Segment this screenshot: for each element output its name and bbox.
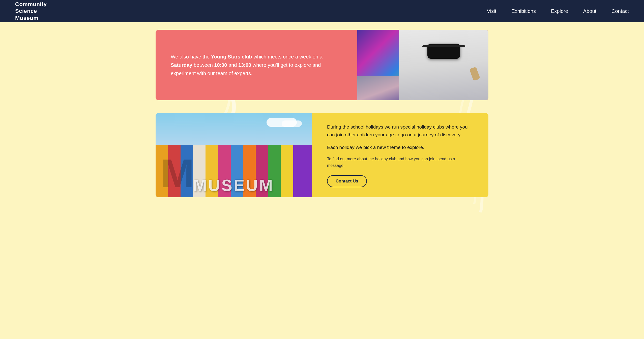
museum-building-image: MUSEUM M	[156, 113, 312, 197]
club-end-time: 13:00	[238, 62, 251, 68]
young-stars-description: We also have the Young Stars club which …	[171, 53, 342, 78]
club-day: Saturday	[171, 62, 192, 68]
site-logo[interactable]: Community Science Museum	[15, 1, 47, 22]
holiday-club-theme-text: Each holiday we pick a new theme to expl…	[327, 143, 473, 151]
contact-us-button[interactable]: Contact Us	[327, 175, 367, 187]
main-nav: Community Science Museum Visit Exhibitio…	[0, 0, 644, 22]
person-body	[399, 30, 488, 100]
nav-links: Visit Exhibitions Explore About Contact	[487, 8, 629, 14]
hand-controller	[469, 67, 480, 81]
nav-exhibitions[interactable]: Exhibitions	[511, 8, 536, 14]
club-start-time: 10:00	[214, 62, 227, 68]
cloud-2	[282, 120, 302, 127]
vr-image-container	[357, 30, 488, 100]
museum-sign-container: MUSEUM M	[156, 113, 312, 197]
vr-strap	[422, 45, 465, 47]
large-m-letter: M	[161, 153, 194, 194]
holiday-club-card: MUSEUM M During the school holidays we r…	[156, 113, 488, 197]
holiday-club-main-text: During the school holidays we run specia…	[327, 123, 473, 139]
nav-explore[interactable]: Explore	[551, 8, 568, 14]
holiday-club-text: During the school holidays we run specia…	[312, 113, 488, 197]
young-stars-text: We also have the Young Stars club which …	[156, 30, 357, 100]
club-name: Young Stars club	[211, 54, 252, 59]
page-background: We also have the Young Stars club which …	[0, 22, 644, 212]
vr-headset-image	[357, 30, 488, 100]
young-stars-card: We also have the Young Stars club which …	[156, 30, 488, 100]
holiday-club-contact-text: To find out more about the holiday club …	[327, 156, 473, 169]
nav-contact[interactable]: Contact	[611, 8, 629, 14]
nav-about[interactable]: About	[583, 8, 596, 14]
cards-container: We also have the Young Stars club which …	[151, 30, 493, 197]
nav-visit[interactable]: Visit	[487, 8, 496, 14]
